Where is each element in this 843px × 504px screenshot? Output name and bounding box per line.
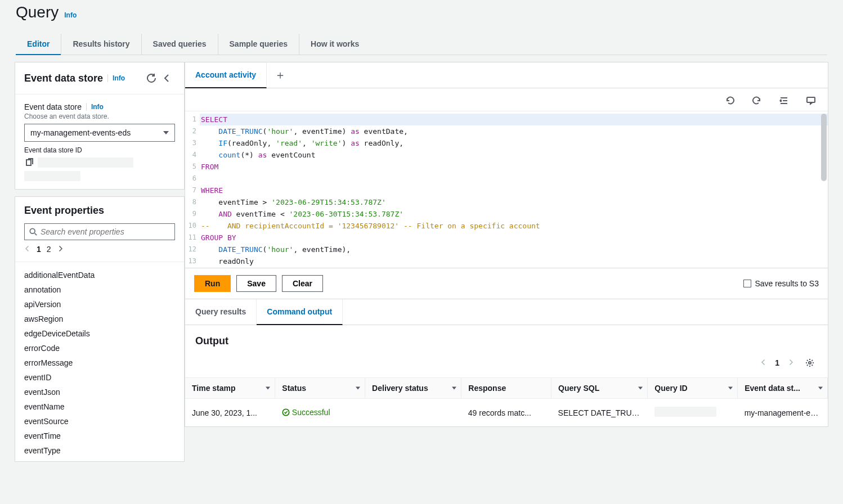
clear-button[interactable]: Clear [282,275,323,292]
format-icon[interactable] [776,93,792,109]
list-item[interactable]: edgeDeviceDetails [24,326,175,341]
eds-panel-info[interactable]: Info [107,74,125,82]
cell-delivery [365,399,461,427]
list-item[interactable]: eventName [24,399,175,414]
list-item[interactable]: eventType [24,443,175,458]
tab-saved-queries[interactable]: Saved queries [141,34,218,55]
eds-hint: Choose an event data store. [24,112,175,120]
col-query-sql[interactable]: Query SQL [551,378,648,399]
tab-how-it-works[interactable]: How it works [299,34,370,55]
save-to-s3-checkbox[interactable]: Save results to S3 [743,279,819,288]
editor-scrollbar[interactable] [821,114,827,181]
search-icon [29,228,37,236]
tab-sample-queries[interactable]: Sample queries [218,34,299,55]
top-tabs: Editor Results history Saved queries Sam… [16,34,827,55]
save-button[interactable]: Save [236,275,276,292]
main-panel: Account activity ＋ 12345678910111213 SEL… [185,62,828,427]
output-page-number: 1 [775,358,779,367]
collapse-sidebar-icon[interactable] [159,70,175,86]
eds-id-label: Event data store ID [24,146,175,154]
props-next-icon[interactable] [57,245,64,254]
props-search[interactable] [24,223,175,240]
refresh-icon[interactable] [144,70,159,86]
output-next-icon [787,358,794,367]
sort-icon [818,387,823,390]
table-header-row: Time stamp Status Delivery status Respon… [185,378,828,399]
props-search-input[interactable] [41,227,170,236]
list-item[interactable]: additionalEventData [24,268,175,282]
eds-id-value-2 [24,171,80,181]
editor-code[interactable]: SELECT DATE_TRUNC('hour', eventTime) as … [200,111,828,268]
list-item[interactable]: eventSource [24,414,175,429]
event-data-store-panel: Event data store Info Event data store I… [15,62,185,190]
svg-point-1 [30,228,35,233]
list-item[interactable]: annotation [24,282,175,297]
props-pager: 1 2 [24,245,175,254]
cell-query-id [648,399,738,427]
eds-field-label: Event data store [24,102,82,111]
col-timestamp[interactable]: Time stamp [185,378,275,399]
page-info-link[interactable]: Info [64,11,77,19]
svg-rect-0 [26,160,31,165]
table-row[interactable]: June 30, 2023, 1... Successful 49 record… [185,399,828,427]
sort-icon [266,387,270,390]
output-title: Output [195,335,818,347]
list-item[interactable]: apiVersion [24,297,175,312]
cell-status: Successful [275,399,365,427]
cell-timestamp: June 30, 2023, 1... [185,399,275,427]
props-page-2[interactable]: 2 [47,245,51,254]
query-tab-account-activity[interactable]: Account activity [185,62,267,88]
col-delivery[interactable]: Delivery status [365,378,461,399]
success-check-icon [282,408,290,416]
list-item[interactable]: errorCode [24,341,175,356]
tab-query-results[interactable]: Query results [185,299,257,325]
col-query-id[interactable]: Query ID [648,378,738,399]
list-item[interactable]: awsRegion [24,312,175,326]
props-title: Event properties [24,205,175,217]
checkbox-icon [743,280,751,287]
col-response[interactable]: Response [461,378,551,399]
editor-gutter: 12345678910111213 [185,111,200,268]
tab-command-output[interactable]: Command output [257,299,343,325]
output-header: Output [185,325,828,352]
props-list: additionalEventData annotation apiVersio… [15,262,184,461]
query-tabs: Account activity ＋ [185,62,828,88]
page-header: Query Info [0,0,843,21]
save-to-s3-label: Save results to S3 [755,279,819,288]
result-tabs: Query results Command output [185,299,828,325]
caret-down-icon [163,131,169,134]
comment-icon[interactable] [803,93,819,109]
sort-icon [638,387,643,390]
col-eds[interactable]: Event data st... [738,378,828,399]
eds-panel-title: Event data store [24,73,103,84]
run-row: Run Save Clear Save results to S3 [185,268,828,299]
cell-response: 49 records matc... [461,399,551,427]
list-item[interactable]: eventID [24,370,175,385]
svg-rect-2 [807,97,815,102]
eds-select-value: my-management-events-eds [30,128,131,137]
sort-icon [356,387,360,390]
editor-toolbar [185,88,828,111]
col-status[interactable]: Status [275,378,365,399]
cell-eds: my-management-even [738,399,828,427]
sort-icon [452,387,456,390]
redo-icon[interactable] [749,93,765,109]
run-button[interactable]: Run [194,275,231,292]
list-item[interactable]: eventJson [24,385,175,399]
tab-results-history[interactable]: Results history [61,34,141,55]
sql-editor[interactable]: 12345678910111213 SELECT DATE_TRUNC('hou… [185,111,828,268]
tab-editor[interactable]: Editor [16,34,61,55]
settings-gear-icon[interactable] [802,355,818,371]
output-prev-icon [760,358,767,367]
eds-id-value [38,158,133,168]
props-prev-icon [24,245,31,254]
list-item[interactable]: errorMessage [24,356,175,370]
copy-icon[interactable] [24,158,34,168]
eds-field-info[interactable]: Info [91,103,104,111]
list-item[interactable]: eventTime [24,429,175,443]
svg-point-3 [809,362,811,364]
eds-select[interactable]: my-management-events-eds [24,124,175,142]
add-query-tab-icon[interactable]: ＋ [267,68,294,83]
props-page-1[interactable]: 1 [37,245,41,254]
undo-icon[interactable] [722,93,738,109]
